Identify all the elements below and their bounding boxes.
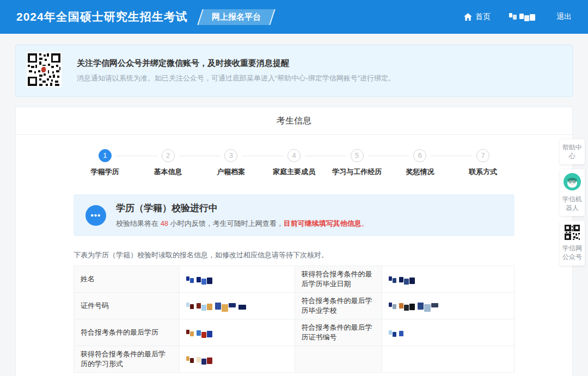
wechat-qr-code-icon (27, 52, 62, 89)
nav-home-label: 首页 (475, 12, 491, 22)
step-label: 奖惩情况 (389, 167, 452, 177)
page: 2024年全国硕士研究生招生考试 网上报名平台 首页 退出 (0, 0, 588, 376)
platform-badge: 网上报名平台 (197, 9, 275, 25)
value-redaction (186, 303, 247, 312)
step-circle: 5 (351, 149, 364, 162)
status-text-part: 小时内反馈，考生可随时上网查看， (168, 219, 284, 227)
status-text-block: 学历（学籍）校验进行中 校验结果将在 48 小时内反馈，考生可随时上网查看，目前… (116, 202, 369, 229)
step-label: 学习与工作经历 (326, 167, 389, 177)
notice-text-block: 关注学信网公众号并绑定微信账号，及时接收重要消息提醒 消息通知请以系统为准。如已… (77, 58, 395, 83)
field-label-empty (295, 346, 382, 373)
sidebar-official-account-label: 学信网公众号 (562, 244, 582, 261)
field-label-grad-date: 获得符合报考条件的最后学历毕业日期 (295, 266, 382, 293)
status-text-part: 校验结果将在 (116, 219, 161, 227)
table-row: 符合报考条件的最后学历 符合报考条件的最后学历证书编号 (74, 319, 514, 346)
table-row: 证件号码 符合报考条件的最后学历毕业学校 (74, 293, 514, 319)
status-text: 校验结果将在 48 小时内反馈，考生可随时上网查看，目前可继续填写其他信息。 (116, 219, 369, 229)
card-body: 1 学籍学历 2 基本信息 3 户籍档案 4 家庭主要成员 5 学习与工作经 (16, 149, 572, 376)
step-huji-danган[interactable]: 3 户籍档案 (199, 149, 262, 177)
nav-home[interactable]: 首页 (464, 12, 491, 22)
step-xueji-xueli[interactable]: 1 学籍学历 (74, 149, 137, 177)
status-title: 学历（学籍）校验进行中 (116, 202, 369, 214)
value-redaction (389, 303, 441, 312)
field-label-cert-number: 符合报考条件的最后学历证书编号 (295, 319, 382, 346)
step-circle: 6 (413, 149, 426, 162)
candidate-info-card: 考生信息 1 学籍学历 2 基本信息 3 户籍档案 4 家庭主要成员 (15, 107, 573, 376)
field-value-last-education (179, 319, 295, 346)
status-hours: 48 (161, 219, 168, 227)
step-circle: 3 (224, 149, 237, 162)
field-value-cert-number (382, 319, 514, 346)
field-value-name (179, 266, 295, 293)
page-title: 考生信息 (16, 107, 572, 135)
field-value-empty (382, 346, 514, 373)
step-circle: 1 (99, 149, 112, 162)
field-label-school: 符合报考条件的最后学历毕业学校 (295, 293, 382, 319)
verification-status-banner: ••• 学历（学籍）校验进行中 校验结果将在 48 小时内反馈，考生可随时上网查… (74, 194, 514, 236)
sidebar-chatbot-label: 学信机器人 (562, 195, 582, 212)
nav-username-redacted[interactable] (509, 13, 538, 21)
username-redaction (509, 13, 538, 21)
nav-logout[interactable]: 退出 (556, 12, 572, 22)
field-value-grad-date (382, 266, 514, 293)
field-label-id-number: 证件号码 (74, 293, 180, 319)
step-label: 联系方式 (451, 167, 514, 177)
step-label: 家庭主要成员 (262, 167, 326, 177)
value-redaction (389, 276, 418, 285)
field-label-name: 姓名 (74, 266, 180, 293)
sidebar-official-account[interactable]: 学信网公众号 (560, 221, 585, 266)
platform-badge-label: 网上报名平台 (212, 12, 261, 22)
app-header: 2024年全国硕士研究生招生考试 网上报名平台 首页 退出 (0, 0, 588, 34)
qr-code-icon (562, 225, 583, 242)
value-redaction (186, 276, 215, 285)
sidebar-help-label: 帮助中心 (562, 144, 582, 160)
status-text-highlight: 目前可继续填写其他信息 (284, 219, 362, 227)
step-study-work[interactable]: 5 学习与工作经历 (326, 149, 389, 177)
nav-logout-label: 退出 (556, 12, 572, 22)
registration-info-table: 姓名 获得符合报考条件的最后学历毕业日期 证件号码 符合报考条件的最后学历毕业学… (74, 266, 514, 373)
step-label: 户籍档案 (199, 167, 262, 177)
step-circle: 2 (162, 149, 175, 162)
field-value-study-form (179, 346, 295, 373)
table-intro: 下表为学历（学籍）校验时读取的报名信息，如修改过相应信息请等待下次核对。 (74, 250, 514, 260)
table-row: 姓名 获得符合报考条件的最后学历毕业日期 (74, 266, 514, 293)
table-row: 获得符合报考条件的最后学历的学习形式 (74, 346, 514, 373)
wechat-notice-banner: 关注学信网公众号并绑定微信账号，及时接收重要消息提醒 消息通知请以系统为准。如已… (15, 45, 573, 97)
value-redaction (389, 330, 404, 337)
notice-subtitle: 消息通知请以系统为准。如已关注公众号，可通过底部菜单进入“帮助中心-绑定学信网账… (77, 73, 395, 83)
step-circle: 4 (287, 149, 301, 162)
app-title: 2024年全国硕士研究生招生考试 (16, 9, 188, 24)
step-contact[interactable]: 7 联系方式 (451, 149, 514, 177)
step-basic-info[interactable]: 2 基本信息 (137, 149, 200, 177)
step-circle: 7 (476, 149, 489, 162)
step-label: 基本信息 (137, 167, 200, 177)
header-nav: 首页 退出 (464, 12, 572, 22)
floating-sidebar: 帮助中心 学信机器人 (560, 139, 585, 266)
robot-avatar-icon (562, 173, 583, 193)
value-redaction (186, 356, 215, 365)
ellipsis-progress-icon: ••• (85, 205, 106, 226)
field-value-school (382, 293, 514, 319)
step-label: 学籍学历 (74, 167, 137, 177)
home-icon (464, 13, 472, 21)
step-rewards-punishments[interactable]: 6 奖惩情况 (389, 149, 452, 177)
status-text-part: 。 (362, 219, 369, 227)
notice-title: 关注学信网公众号并绑定微信账号，及时接收重要消息提醒 (77, 58, 395, 69)
sidebar-help-center[interactable]: 帮助中心 (560, 139, 585, 164)
step-family-members[interactable]: 4 家庭主要成员 (262, 149, 326, 177)
field-value-id-number (179, 293, 295, 319)
sidebar-chatbot[interactable]: 学信机器人 (560, 169, 585, 216)
value-redaction (186, 330, 215, 338)
field-label-last-education: 符合报考条件的最后学历 (74, 319, 180, 346)
field-label-study-form: 获得符合报考条件的最后学历的学习形式 (74, 346, 180, 373)
stepper: 1 学籍学历 2 基本信息 3 户籍档案 4 家庭主要成员 5 学习与工作经 (74, 149, 514, 177)
